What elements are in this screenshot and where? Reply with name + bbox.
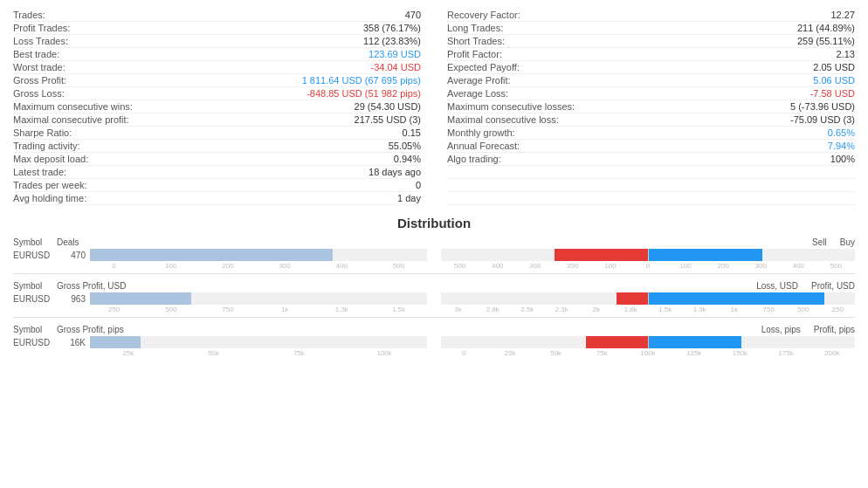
axis-tick: 200 <box>199 262 256 270</box>
stat-label: Expected Payoff: <box>447 62 520 72</box>
stat-label: Long Trades: <box>447 23 503 33</box>
stat-row: Loss Trades:112 (23.83%) <box>13 35 421 48</box>
stat-row: Average Profit:5.06 USD <box>447 74 855 87</box>
stats-section: Trades:470Profit Trades:358 (76.17%)Loss… <box>13 9 855 205</box>
dist-row: SymbolGross Profit, pips EURUSD 16K 25k5… <box>13 325 855 357</box>
stat-row: Average Loss:-7.58 USD <box>447 87 855 100</box>
axis-tick: 750 <box>752 306 787 313</box>
axis-tick: 150k <box>717 349 763 357</box>
stat-label: Annual Forecast: <box>447 141 520 151</box>
dist-blue-bar <box>649 336 741 348</box>
dist-right-axis: 025k50k75k100k125k150k175k200k <box>441 349 855 357</box>
stat-label: Algo trading: <box>447 154 501 164</box>
axis-tick: 1k <box>717 306 752 313</box>
stat-row: Gross Profit:1 811.64 USD (67 695 pips) <box>13 74 421 87</box>
dist-dual-bar <box>441 249 855 261</box>
stat-row: Maximal consecutive profit:217.55 USD (3… <box>13 113 421 127</box>
axis-tick: 3k <box>441 306 476 313</box>
dist-bar-symbol: EURUSD <box>13 251 57 260</box>
axis-tick: 400 <box>780 262 817 270</box>
axis-tick: 75k <box>579 349 625 357</box>
stat-value: 259 (55.11%) <box>797 36 855 46</box>
dist-bar-row: EURUSD 963 <box>13 292 427 305</box>
dist-block-0: SymbolDeals EURUSD 470 0100200300400500S… <box>13 237 855 274</box>
dist-blue-bar <box>649 249 762 261</box>
dist-red-side <box>441 336 648 348</box>
stat-label: Latest trade: <box>13 167 66 177</box>
dist-left-header: SymbolGross Profit, USD <box>13 281 427 291</box>
axis-tick: 0 <box>441 349 487 357</box>
dist-bar-container <box>90 292 427 305</box>
axis-tick: 300 <box>516 262 554 270</box>
stat-row: Maximum consecutive losses:5 (-73.96 USD… <box>447 100 855 113</box>
axis-tick: 1k <box>257 306 313 313</box>
dist-label-header: Gross Profit, pips <box>57 325 124 334</box>
stat-row: Profit Trades:358 (76.17%) <box>13 22 421 35</box>
axis-tick: 0 <box>86 262 142 270</box>
stat-value: 211 (44.89%) <box>797 23 855 33</box>
dist-buy-label: Profit, pips <box>814 325 855 334</box>
axis-tick: 1.5k <box>370 306 427 313</box>
distribution-section: Distribution SymbolDeals EURUSD 470 0100… <box>13 216 855 357</box>
stat-row: Recovery Factor:12.27 <box>447 9 855 22</box>
stat-row: Trades:470 <box>13 9 421 22</box>
stat-row: Gross Loss:-848.85 USD (51 982 pips) <box>13 87 421 100</box>
stat-label <box>447 180 450 190</box>
dist-bar-fill <box>90 336 141 348</box>
stat-row: Profit Factor:2.13 <box>447 48 855 61</box>
dist-row: SymbolDeals EURUSD 470 0100200300400500S… <box>13 237 855 270</box>
stat-label: Avg holding time: <box>13 193 86 203</box>
distribution-title: Distribution <box>13 216 855 230</box>
dist-dual-inner <box>441 336 855 348</box>
dist-red-bar <box>555 249 647 261</box>
axis-tick: 500 <box>441 262 479 270</box>
stat-value: 55.05% <box>389 141 421 151</box>
axis-tick: 100 <box>142 262 199 270</box>
dist-sell-label: Sell <box>812 237 827 247</box>
dist-row: SymbolGross Profit, USD EURUSD 963 25050… <box>13 281 855 313</box>
axis-tick: 25k <box>86 349 171 357</box>
dist-block-1: SymbolGross Profit, USD EURUSD 963 25050… <box>13 281 855 318</box>
stat-value: 5.06 USD <box>813 75 855 86</box>
axis-tick: 300 <box>742 262 780 270</box>
stat-value: 7.94% <box>828 141 855 151</box>
dist-bar-symbol: EURUSD <box>13 338 57 347</box>
stat-value: 29 (54.30 USD) <box>355 101 421 112</box>
dist-blue-side <box>649 292 856 305</box>
stat-row <box>447 192 855 205</box>
stat-label: Best trade: <box>13 49 59 59</box>
stat-value: 12.27 <box>830 10 855 20</box>
stat-value: 112 (23.83%) <box>363 36 421 46</box>
stats-grid: Trades:470Profit Trades:358 (76.17%)Loss… <box>13 9 855 205</box>
stat-label: Short Trades: <box>447 36 505 46</box>
stat-value: -75.09 USD (3) <box>790 114 855 125</box>
stat-row: Latest trade:18 days ago <box>13 166 421 179</box>
dist-bar-container <box>90 336 427 348</box>
axis-tick: 100 <box>667 262 705 270</box>
axis-tick: 500 <box>817 262 855 270</box>
dist-left-axis: 25k50k75k100k <box>13 349 427 357</box>
axis-tick: 1.3k <box>313 306 370 313</box>
stat-value: 100% <box>830 154 855 164</box>
axis-tick: 300 <box>257 262 313 270</box>
dist-bar-value: 16K <box>61 338 86 347</box>
stat-label: Max deposit load: <box>13 154 88 164</box>
dist-right-axis: 5004003002001000100200300400500 <box>441 262 855 270</box>
axis-tick: 500 <box>370 262 427 270</box>
stat-label: Profit Factor: <box>447 49 502 59</box>
stat-row: Trades per week:0 <box>13 179 421 192</box>
stat-label <box>447 193 450 203</box>
stat-label: Average Loss: <box>447 88 508 99</box>
axis-tick: 400 <box>479 262 516 270</box>
axis-tick: 250 <box>86 306 142 313</box>
dist-right-panel: SellBuy 5004003002001000100200300400500 <box>434 237 855 270</box>
stat-label: Trades: <box>13 10 45 20</box>
dist-sell-label: Loss, USD <box>756 281 798 291</box>
axis-tick: 2.3k <box>545 306 580 313</box>
axis-tick: 50k <box>171 349 257 357</box>
dist-right-header: Loss, pipsProfit, pips <box>441 325 855 334</box>
dist-sell-label: Loss, pips <box>761 325 801 334</box>
divider <box>13 317 855 318</box>
stats-left-col: Trades:470Profit Trades:358 (76.17%)Loss… <box>13 9 421 205</box>
dist-dual-bar <box>441 336 855 348</box>
